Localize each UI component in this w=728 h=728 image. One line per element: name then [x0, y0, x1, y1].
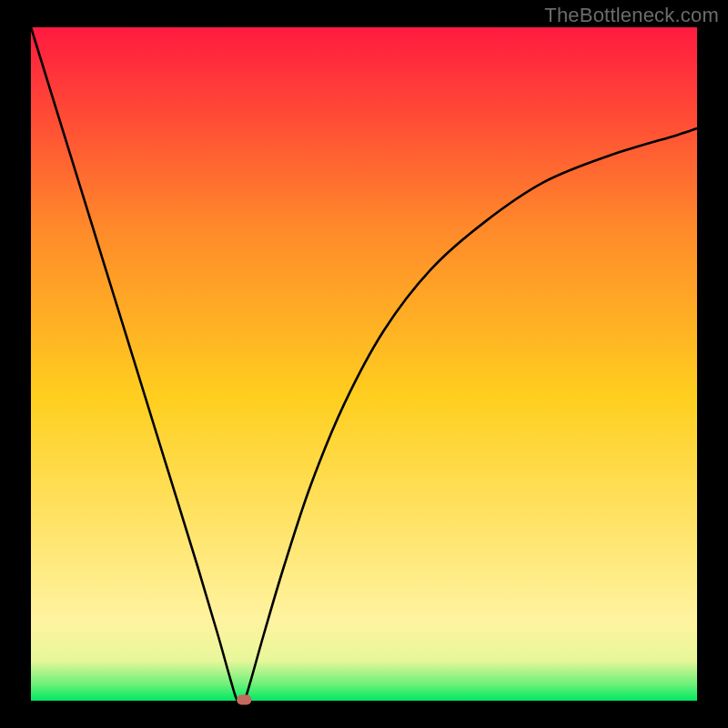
- chart-frame: TheBottleneck.com: [0, 0, 728, 728]
- optimum-marker: [237, 695, 251, 705]
- watermark-text: TheBottleneck.com: [544, 4, 719, 27]
- chart-svg: [0, 0, 728, 728]
